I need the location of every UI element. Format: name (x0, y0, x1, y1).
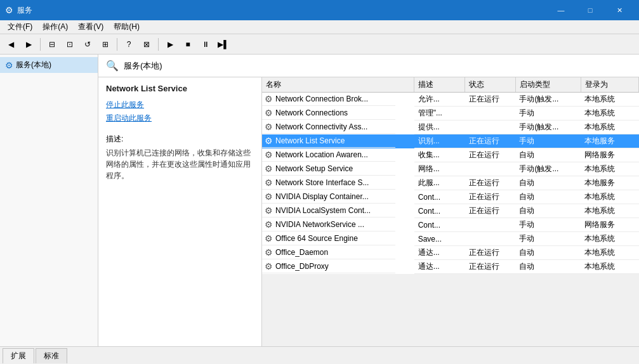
row-service-name: NVIDIA NetworkService ... (275, 220, 364, 229)
cell-status: 正在运行 (465, 204, 516, 218)
stop-service-link[interactable]: 停止此服务 (106, 100, 254, 110)
toolbar-help[interactable]: ? (121, 37, 137, 52)
table-row[interactable]: ⚙Office 64 Source EngineSave...手动本地系统 (262, 232, 639, 246)
toolbar-play[interactable]: ▶ (162, 37, 178, 52)
service-title: Network List Service (106, 84, 254, 93)
cell-status: 正在运行 (465, 190, 516, 204)
table-row[interactable]: ⚙Office_DbProxy通达...正在运行自动本地系统 (262, 260, 639, 274)
row-service-icon: ⚙ (265, 94, 273, 104)
cell-startup: 自动 (515, 190, 581, 204)
cell-logon: 本地系统 (581, 260, 638, 274)
toolbar-back[interactable]: ◀ (3, 37, 19, 52)
table-row[interactable]: ⚙Network Store Interface S...此服...正在运行自动… (262, 176, 639, 190)
close-button[interactable]: ✕ (605, 0, 634, 20)
cell-logon: 网络服务 (581, 218, 638, 232)
cell-name: ⚙Network Store Interface S... (262, 176, 395, 190)
cell-name: ⚙Network Connections (262, 107, 395, 120)
row-service-icon: ⚙ (265, 261, 273, 271)
row-service-icon: ⚙ (265, 108, 273, 118)
cell-status (465, 162, 516, 176)
col-name[interactable]: 名称 (262, 77, 414, 93)
cell-name: ⚙Network Location Awaren... (262, 148, 395, 162)
restart-service-link[interactable]: 重启动此服务 (106, 113, 254, 124)
row-service-icon: ⚙ (265, 247, 273, 257)
toolbar: ◀ ▶ ⊟ ⊡ ↺ ⊞ ? ⊠ ▶ ■ ⏸ ▶▌ (0, 34, 639, 55)
sidebar-item-local-services[interactable]: ⚙ 服务(本地) (0, 57, 98, 73)
tab-standard[interactable]: 标准 (36, 348, 67, 363)
toolbar-restart[interactable]: ▶▌ (215, 37, 232, 52)
content-header-title: 服务(本地) (124, 60, 162, 72)
toolbar-map[interactable]: ⊞ (97, 37, 114, 52)
minimize-button[interactable]: — (546, 0, 576, 20)
toolbar-export[interactable]: ⊠ (138, 37, 155, 52)
row-service-name: Network List Service (275, 136, 345, 145)
cell-startup: 手动 (515, 107, 581, 120)
menu-help[interactable]: 帮助(H) (109, 20, 145, 34)
cell-logon: 本地系统 (581, 204, 638, 218)
toolbar-sep-2 (117, 38, 117, 51)
table-row[interactable]: ⚙NVIDIA LocalSystem Cont...Cont...正在运行自动… (262, 204, 639, 218)
cell-logon: 本地系统 (581, 246, 638, 260)
cell-logon: 本地服务 (581, 134, 638, 148)
col-status[interactable]: 状态 (465, 77, 516, 93)
cell-desc: 允许... (414, 93, 465, 107)
toolbar-up[interactable]: ⊟ (44, 37, 60, 52)
cell-logon: 本地系统 (581, 93, 638, 107)
content-header: 🔍 服务(本地) (98, 55, 639, 77)
cell-status (465, 107, 516, 120)
cell-desc: Save... (414, 232, 465, 246)
cell-status (465, 218, 516, 232)
main-container: ⚙ 服务(本地) 🔍 服务(本地) Network List Service 停… (0, 55, 639, 346)
cell-name: ⚙Network Setup Service (262, 162, 395, 176)
cell-logon: 本地系统 (581, 232, 638, 246)
menu-view[interactable]: 查看(V) (73, 20, 109, 34)
services-icon: ⚙ (5, 60, 13, 70)
cell-startup: 自动 (515, 204, 581, 218)
menu-file[interactable]: 文件(F) (3, 20, 37, 34)
toolbar-stop[interactable]: ■ (180, 37, 196, 52)
col-startup[interactable]: 启动类型 (515, 77, 581, 93)
cell-desc: 网络... (414, 162, 465, 176)
toolbar-refresh[interactable]: ↺ (79, 37, 96, 52)
cell-logon: 本地系统 (581, 162, 638, 176)
cell-desc: 管理"... (414, 107, 465, 120)
sidebar: ⚙ 服务(本地) (0, 55, 98, 346)
row-service-icon: ⚙ (265, 136, 273, 146)
toolbar-pause[interactable]: ⏸ (197, 37, 214, 52)
table-header: 名称 描述 状态 启动类型 登录为 (262, 77, 639, 93)
maximize-button[interactable]: □ (576, 0, 605, 20)
row-service-name: Office 64 Source Engine (275, 234, 358, 243)
table-row[interactable]: ⚙Network Connection Brok...允许...正在运行手动(触… (262, 93, 639, 107)
menu-bar: 文件(F) 操作(A) 查看(V) 帮助(H) (0, 20, 639, 34)
cell-desc: Cont... (414, 204, 465, 218)
tab-expand[interactable]: 扩展 (3, 348, 34, 363)
row-service-name: Office_DbProxy (275, 262, 329, 271)
table-row[interactable]: ⚙Network Connectivity Ass...提供...手动(触发..… (262, 120, 639, 134)
col-desc[interactable]: 描述 (414, 77, 465, 93)
cell-name: ⚙Network List Service (262, 134, 395, 148)
cell-status: 正在运行 (465, 260, 516, 274)
row-service-name: Network Store Interface S... (275, 178, 369, 187)
row-service-icon: ⚙ (265, 150, 273, 160)
window-controls: — □ ✕ (546, 0, 634, 20)
toolbar-show[interactable]: ⊡ (62, 37, 78, 52)
cell-startup: 自动 (515, 246, 581, 260)
cell-status (465, 232, 516, 246)
cell-logon: 本地系统 (581, 107, 638, 120)
right-panel: 名称 描述 状态 启动类型 登录为 ⚙Network Connection Br… (262, 77, 639, 346)
toolbar-forward[interactable]: ▶ (20, 37, 37, 52)
table-container[interactable]: 名称 描述 状态 启动类型 登录为 ⚙Network Connection Br… (262, 77, 639, 346)
cell-desc: 收集... (414, 148, 465, 162)
row-service-icon: ⚙ (265, 122, 273, 132)
table-row[interactable]: ⚙Network Setup Service网络...手动(触发...本地系统 (262, 162, 639, 176)
table-row[interactable]: ⚙Network Connections管理"...手动本地系统 (262, 107, 639, 120)
col-logon[interactable]: 登录为 (581, 77, 638, 93)
menu-action[interactable]: 操作(A) (37, 20, 73, 34)
table-row[interactable]: ⚙NVIDIA NetworkService ...Cont...手动网络服务 (262, 218, 639, 232)
table-row[interactable]: ⚙Network List Service识别...正在运行手动本地服务 (262, 134, 639, 148)
table-row[interactable]: ⚙Network Location Awaren...收集...正在运行自动网络… (262, 148, 639, 162)
description-label: 描述: (106, 134, 254, 145)
cell-name: ⚙Network Connection Brok... (262, 93, 395, 106)
table-row[interactable]: ⚙NVIDIA Display Container...Cont...正在运行自… (262, 190, 639, 204)
table-row[interactable]: ⚙Office_Daemon通达...正在运行自动本地系统 (262, 246, 639, 260)
